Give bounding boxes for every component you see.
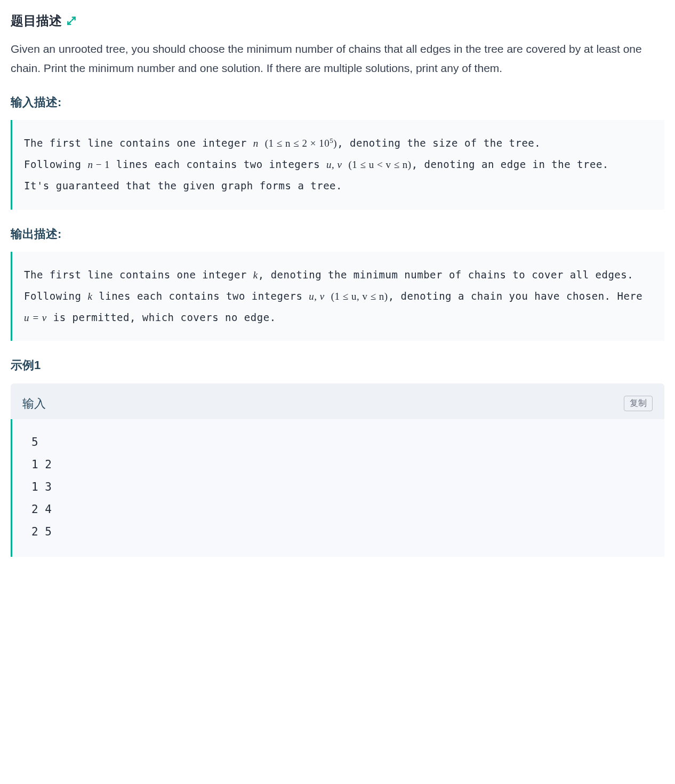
math-uv-range: (1 ≤ u, v ≤ n) [331, 291, 388, 302]
problem-statement: Given an unrooted tree, you should choos… [11, 39, 664, 77]
math-k: k [87, 291, 92, 302]
text: The first line contains one integer [24, 137, 253, 149]
example-box: 输入 复制 5 1 2 1 3 2 4 2 5 [11, 383, 664, 557]
math-uv: u, v [309, 291, 324, 302]
input-description-title: 输入描述: [11, 93, 664, 111]
example-title: 示例1 [11, 356, 664, 374]
text: The first line contains one integer [24, 269, 253, 281]
math-n: n [253, 138, 259, 149]
text: , denoting the size of the tree. [337, 137, 541, 149]
math-n-range: (1 ≤ n ≤ 2 × 105) [265, 138, 337, 149]
input-description-box: The first line contains one integer n (1… [11, 120, 664, 210]
output-description-box: The first line contains one integer k, d… [11, 252, 664, 341]
text: lines each contains two integers [110, 158, 326, 170]
text: Following [24, 290, 87, 302]
text: , denoting a chain you have chosen. Here [388, 290, 643, 302]
text: lines each contains two integers [92, 290, 309, 302]
expand-icon[interactable] [66, 15, 77, 26]
copy-button[interactable]: 复制 [624, 396, 653, 411]
math-k: k [253, 269, 258, 281]
math-uv: u, v [326, 159, 342, 170]
text: It's guaranteed that the given graph for… [24, 180, 342, 191]
text: , denoting the minimum number of chains … [258, 269, 633, 281]
math-n-minus-1: n − 1 [87, 159, 110, 170]
math-uv-range: (1 ≤ u < v ≤ n) [348, 159, 411, 170]
math-u-eq-v: u = v [24, 312, 47, 323]
problem-title-text: 题目描述 [11, 11, 62, 31]
text: is permitted, which covers no edge. [47, 311, 276, 323]
output-description-title: 输出描述: [11, 225, 664, 243]
text: Following [24, 158, 87, 170]
problem-description-title: 题目描述 [11, 11, 664, 31]
example-input-label: 输入 [22, 394, 46, 413]
text: , denoting an edge in the tree. [412, 158, 609, 170]
example-header: 输入 复制 [11, 383, 664, 419]
example-input-content: 5 1 2 1 3 2 4 2 5 [11, 419, 664, 557]
